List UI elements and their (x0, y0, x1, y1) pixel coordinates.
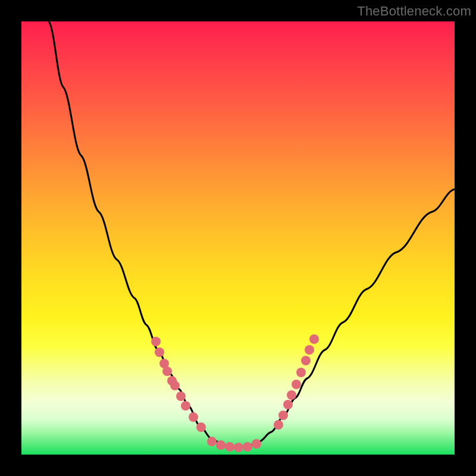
data-point (305, 345, 314, 355)
chart-frame: TheBottleneck.com (0, 0, 476, 476)
data-point (292, 380, 301, 389)
data-point (309, 334, 319, 344)
plot-area (21, 21, 455, 455)
curve-right (236, 189, 455, 447)
data-point (225, 442, 234, 452)
data-point (176, 392, 186, 401)
data-point (170, 381, 180, 390)
data-point (155, 347, 164, 357)
data-point (196, 422, 206, 432)
data-point (278, 411, 288, 420)
curve-left (49, 21, 236, 447)
data-point (162, 367, 172, 376)
data-point (189, 412, 198, 422)
data-point (216, 440, 226, 450)
data-point (207, 437, 217, 446)
data-points (151, 334, 319, 452)
watermark-text: TheBottleneck.com (357, 4, 471, 19)
data-point (234, 443, 243, 452)
data-point (296, 368, 306, 377)
data-point (301, 356, 311, 365)
data-point (274, 420, 283, 430)
chart-svg (21, 21, 455, 455)
data-point (287, 390, 296, 400)
data-point (181, 401, 190, 411)
data-point (243, 442, 252, 452)
data-point (283, 400, 293, 409)
data-point (151, 337, 161, 346)
data-point (252, 439, 261, 449)
